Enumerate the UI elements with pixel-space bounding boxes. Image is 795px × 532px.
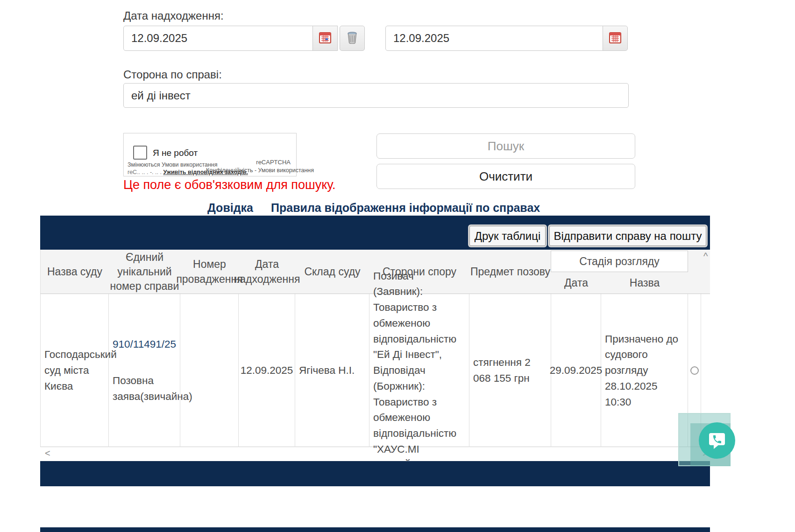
table-row[interactable]: Господарський суд міста Києва 910/11491/… xyxy=(40,294,710,447)
date-clear-button[interactable] xyxy=(340,26,365,51)
cell-proceedings-number xyxy=(180,294,239,447)
header-proceedings-number: Номер провадження xyxy=(180,250,239,294)
date-to-input[interactable] xyxy=(385,26,603,51)
recaptcha-privacy-terms-link[interactable]: Конфіденційність - Умови використання xyxy=(206,167,314,174)
cell-judge: Ягічева Н.І. xyxy=(295,294,369,447)
header-stage-date: Дата xyxy=(551,272,601,294)
party-input[interactable] xyxy=(123,83,629,108)
recaptcha-widget: Я не робот reCAPTCHA Змінюються Умови ви… xyxy=(123,133,297,176)
recaptcha-brand: reCAPTCHA xyxy=(256,159,291,166)
recaptcha-label: Я не робот xyxy=(153,148,198,158)
viber-phone-bubble-icon xyxy=(707,430,727,451)
case-number-link[interactable]: 910/11491/25 xyxy=(113,338,176,350)
cell-case-number: 910/11491/25 Позовна заява(звичайна) xyxy=(109,294,180,447)
cell-court-name: Господарський суд міста Києва xyxy=(41,294,109,447)
cell-claim-subject: стягнення 2 068 155 грн xyxy=(469,294,551,447)
header-stage-name: Назва xyxy=(601,272,688,294)
header-case-number: Єдиний унікальний номер справи xyxy=(109,250,180,294)
date-from-calendar-button[interactable] xyxy=(312,26,338,51)
page-bottom-bar xyxy=(40,527,710,532)
header-receipt-date: Дата надходження xyxy=(239,250,295,294)
scroll-up-arrow[interactable]: ^ xyxy=(703,251,708,262)
header-claim-subject: Предмет позову xyxy=(469,250,551,294)
send-case-mail-button[interactable]: Відправити справу на пошту xyxy=(549,226,706,246)
calendar-icon xyxy=(609,31,622,46)
cell-receipt-date: 12.09.2025 xyxy=(239,294,295,447)
print-table-button[interactable]: Друк таблиці xyxy=(469,226,546,246)
viber-chat-widget[interactable] xyxy=(678,413,731,466)
viber-call-button[interactable] xyxy=(699,422,735,459)
display-rules-link[interactable]: Правила відображення інформації по справ… xyxy=(271,201,540,215)
header-stage-group: Стадія розгляду xyxy=(551,251,688,272)
date-from-input[interactable] xyxy=(123,26,313,51)
trash-icon xyxy=(346,31,358,46)
header-court-name: Назва суду xyxy=(41,250,109,294)
date-to-calendar-button[interactable] xyxy=(603,26,628,51)
required-field-message: Це поле є обов'язковим для пошуку. xyxy=(123,178,336,192)
horizontal-scrollbar[interactable]: < > xyxy=(40,447,710,459)
table-footer-bar xyxy=(40,461,710,486)
clear-button[interactable]: Очистити xyxy=(376,164,635,189)
cell-stage-date: 29.09.2025 xyxy=(551,294,601,447)
party-filter-label: Сторона по справі: xyxy=(123,68,222,81)
calendar-icon xyxy=(319,31,332,46)
court-search-page: Дата надходження: Сторона по справі: Я н… xyxy=(0,0,795,532)
scroll-left-arrow[interactable]: < xyxy=(45,448,50,459)
status-circle-icon xyxy=(690,366,699,375)
help-link[interactable]: Довідка xyxy=(207,201,253,215)
search-button[interactable]: Пошук xyxy=(376,133,635,159)
recaptcha-terms-line1: Змінюються Умови використання xyxy=(128,161,218,168)
recaptcha-checkbox[interactable] xyxy=(133,146,147,160)
header-court-composition: Склад суду xyxy=(295,250,369,294)
recaptcha-garbled-text: reC.. .. . -. .. . xyxy=(128,169,162,175)
date-filter-label: Дата надходження: xyxy=(123,9,224,22)
cell-dispute-parties: Позивач (Заявник): Товариство з обмежено… xyxy=(369,294,469,447)
cell-stage-name: Призначено до судового розгляду 28.10.20… xyxy=(601,294,688,447)
